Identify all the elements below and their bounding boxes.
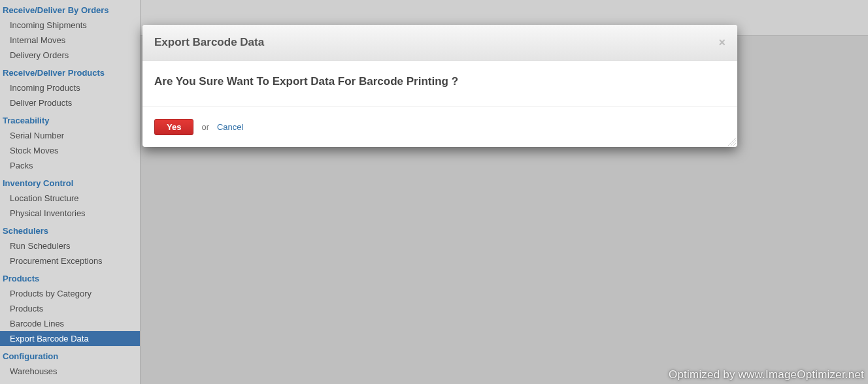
sidebar-item-run-schedulers[interactable]: Run Schedulers [0, 238, 140, 253]
modal-footer: Yes or Cancel [142, 107, 737, 147]
sidebar-item-serial-number[interactable]: Serial Number [0, 128, 140, 143]
sidebar-section-title: Receive/Deliver Products [0, 63, 140, 80]
export-barcode-modal: Export Barcode Data × Are You Sure Want … [142, 25, 737, 147]
sidebar-section-title: Receive/Deliver By Orders [0, 0, 140, 18]
sidebar-section-title: Products [0, 268, 140, 286]
sidebar-item-physical-inventories[interactable]: Physical Inventories [0, 206, 140, 221]
sidebar-item-incoming-shipments[interactable]: Incoming Shipments [0, 18, 140, 33]
resize-handle-icon[interactable] [728, 138, 736, 146]
sidebar-item-warehouses[interactable]: Warehouses [0, 364, 140, 379]
modal-title: Export Barcode Data [154, 36, 264, 49]
cancel-link[interactable]: Cancel [217, 122, 243, 132]
sidebar-item-packs[interactable]: Packs [0, 158, 140, 173]
sidebar-item-internal-moves[interactable]: Internal Moves [0, 33, 140, 48]
sidebar-item-deliver-products[interactable]: Deliver Products [0, 95, 140, 110]
yes-button[interactable]: Yes [154, 119, 193, 135]
sidebar-item-location-structure[interactable]: Location Structure [0, 191, 140, 206]
sidebar-item-incoming-products[interactable]: Incoming Products [0, 80, 140, 95]
modal-header: Export Barcode Data × [142, 25, 737, 61]
sidebar-item-procurement-exceptions[interactable]: Procurement Exceptions [0, 253, 140, 268]
modal-body: Are You Sure Want To Export Data For Bar… [142, 61, 737, 107]
sidebar-section-title: Inventory Control [0, 173, 140, 191]
sidebar-section-title: Traceability [0, 110, 140, 128]
sidebar-section-title: Schedulers [0, 221, 140, 238]
close-icon[interactable]: × [718, 37, 726, 48]
sidebar-section-title: Configuration [0, 346, 140, 364]
sidebar-item-products-by-category[interactable]: Products by Category [0, 286, 140, 301]
watermark-text: Optimized by www.ImageOptimizer.net [669, 368, 864, 381]
sidebar-item-barcode-lines[interactable]: Barcode Lines [0, 316, 140, 331]
sidebar-item-products[interactable]: Products [0, 301, 140, 316]
modal-message: Are You Sure Want To Export Data For Bar… [154, 75, 726, 88]
sidebar-nav: Receive/Deliver By OrdersIncoming Shipme… [0, 0, 141, 384]
or-text: or [201, 122, 209, 132]
sidebar-item-export-barcode-data[interactable]: Export Barcode Data [0, 331, 140, 346]
sidebar-item-delivery-orders[interactable]: Delivery Orders [0, 48, 140, 63]
sidebar-item-stock-moves[interactable]: Stock Moves [0, 143, 140, 158]
